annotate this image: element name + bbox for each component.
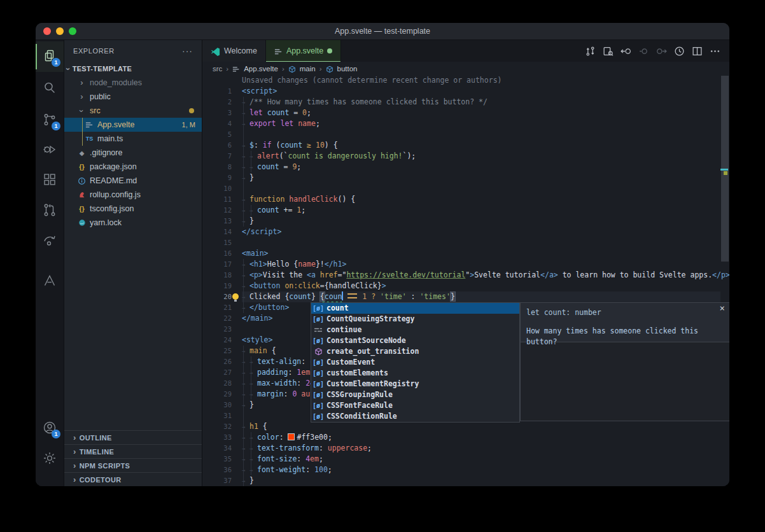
suggest-item-create_out_transition[interactable]: create_out_transition	[311, 346, 519, 357]
activity-azure[interactable]	[42, 273, 57, 288]
file-history-icon[interactable]	[674, 46, 685, 57]
code-line-12[interactable]: 12→→count += 1;	[202, 205, 729, 216]
settings-button[interactable]	[42, 451, 57, 466]
more-actions-icon[interactable]	[710, 46, 720, 57]
explorer-more-actions-icon[interactable]: ···	[182, 46, 193, 56]
section-codetour[interactable]: ›CODETOUR	[64, 472, 202, 486]
code-line-5[interactable]: 5	[202, 129, 729, 140]
code-line-9[interactable]: 9→}	[202, 172, 729, 183]
section-npm-scripts[interactable]: ›NPM SCRIPTS	[64, 458, 202, 473]
code-line-6[interactable]: 6→$: if (count ≥ 10) {	[202, 140, 729, 151]
suggest-item-CountQueuingStrategy[interactable]: [ø]CountQueuingStrategy	[311, 314, 519, 325]
code-editor[interactable]: Unsaved changes (cannot determine recent…	[202, 75, 729, 486]
code-line-33[interactable]: 33→→color: #ff3e00;	[202, 432, 729, 443]
file-item-node-modules[interactable]: ›node_modules	[64, 76, 202, 90]
activity-source-control[interactable]: 1	[42, 112, 57, 127]
code-line-3[interactable]: 3→let count = 0;	[202, 108, 729, 118]
activity-search[interactable]	[42, 80, 57, 95]
code-line-35[interactable]: 35→→font-size: 4em;	[202, 454, 729, 465]
tab-welcome[interactable]: Welcome	[202, 40, 266, 62]
activity-explorer[interactable]: 1	[42, 48, 57, 64]
activity-bar: 1 1	[36, 40, 64, 486]
line-number: 3	[202, 108, 232, 118]
suggest-item-CustomEvent[interactable]: [ø]CustomEvent	[311, 357, 519, 368]
suggest-item-CSSGroupingRule[interactable]: [ø]CSSGroupingRule	[311, 389, 519, 400]
file-item-tsconfig-json[interactable]: {}tsconfig.json	[64, 202, 202, 216]
code-line-17[interactable]: 17→<h1>Hello {name}!</h1>	[202, 259, 729, 270]
file-item-gitignore[interactable]: ◆.gitignore	[64, 146, 202, 160]
suggest-item-CSSConditionRule[interactable]: [ø]CSSConditionRule	[311, 411, 519, 422]
accounts-badge: 1	[52, 430, 60, 438]
svelte-file-icon	[232, 66, 240, 73]
file-item-package-json[interactable]: {}package.json	[64, 160, 202, 174]
code-line-19[interactable]: 19→<button on:click={handleClick}>	[202, 281, 729, 291]
lightbulb-icon[interactable]	[232, 293, 239, 300]
code-line-20[interactable]: 20→Clicked {count} {coun 1 ? 'time' : 't…	[202, 291, 729, 302]
code-line-7[interactable]: 7→→alert(`count is dangerously high!`);	[202, 151, 729, 162]
code-line-8[interactable]: 8→→count = 9;	[202, 162, 729, 172]
breadcrumb-button[interactable]: button	[337, 65, 358, 73]
code-line-1[interactable]: 1<script>	[202, 86, 729, 97]
activity-run-debug[interactable]	[42, 142, 57, 157]
file-item-main-ts[interactable]: TSmain.ts	[64, 132, 202, 146]
source-control-badge: 1	[52, 122, 60, 130]
title-bar[interactable]: App.svelte — test-template	[36, 23, 729, 40]
code-line-15[interactable]: 15	[202, 237, 729, 248]
breadcrumb-main[interactable]: main	[300, 65, 316, 73]
activity-extensions[interactable]	[42, 172, 57, 187]
code-line-36[interactable]: 36→→font-weight: 100;	[202, 465, 729, 475]
editor-scrollbar[interactable]	[720, 75, 729, 486]
previous-change-icon[interactable]	[621, 46, 631, 57]
code-line-10[interactable]: 10	[202, 183, 729, 194]
activity-live-share[interactable]	[42, 233, 57, 248]
file-item-yarn-lock[interactable]: yarn.lock	[64, 216, 202, 230]
minimize-window-button[interactable]	[56, 27, 64, 35]
activity-github-pr[interactable]	[42, 202, 57, 218]
file-item-app-svelte[interactable]: App.svelte1, M	[64, 118, 202, 132]
code-line-16[interactable]: 16<main>	[202, 248, 729, 259]
code-line-4[interactable]: 4→export let name;	[202, 118, 729, 129]
code-line-32[interactable]: 32→h1 {	[202, 421, 729, 432]
search-icon	[42, 80, 57, 95]
code-line-13[interactable]: 13→}	[202, 216, 729, 227]
section-timeline[interactable]: ›TIMELINE	[64, 444, 202, 459]
symbol-variable-icon: [ø]	[313, 400, 323, 411]
suggest-signature: let count: number	[526, 307, 724, 318]
modified-dot-icon[interactable]	[327, 48, 332, 53]
breadcrumb-file[interactable]: App.svelte	[244, 65, 278, 73]
code-line-blame[interactable]: Unsaved changes (cannot determine recent…	[202, 75, 729, 86]
suggest-item-CSSFontFaceRule[interactable]: [ø]CSSFontFaceRule	[311, 400, 519, 411]
suggest-item-continue[interactable]: continue	[311, 325, 519, 335]
suggest-item-customElements[interactable]: [ø]customElements	[311, 368, 519, 379]
code-line-34[interactable]: 34→→text-transform: uppercase;	[202, 443, 729, 454]
modified-dot-icon	[189, 108, 194, 113]
breadcrumb: src › App.svelte › main › button	[202, 62, 729, 75]
file-item-public[interactable]: ›public	[64, 90, 202, 104]
workspace-root-folder[interactable]: › TEST-TEMPLATE	[64, 62, 202, 76]
code-line-14[interactable]: 14</script>	[202, 227, 729, 237]
tab-app-svelte[interactable]: App.svelte	[266, 40, 341, 62]
window-title: App.svelte — test-template	[335, 27, 430, 36]
suggest-label: customElements	[326, 368, 388, 379]
code-line-11[interactable]: 11→function handleClick() {	[202, 194, 729, 205]
close-window-button[interactable]	[43, 27, 51, 35]
suggest-item-CustomElementRegistry[interactable]: [ø]CustomElementRegistry	[311, 379, 519, 389]
suggest-item-count[interactable]: [ø]count	[311, 303, 519, 314]
file-item-readme-md[interactable]: README.md	[64, 174, 202, 188]
accounts-button[interactable]: 1	[42, 420, 57, 435]
suggest-label: CSSFontFaceRule	[326, 400, 393, 411]
file-item-rollup-config-js[interactable]: rollup.config.js	[64, 188, 202, 202]
file-label: main.ts	[97, 134, 123, 143]
zoom-window-button[interactable]	[69, 27, 76, 35]
code-line-2[interactable]: 2→/** How many times has someone clicked…	[202, 97, 729, 108]
open-changes-preview-icon[interactable]	[603, 46, 614, 57]
section-outline[interactable]: ›OUTLINE	[64, 430, 202, 445]
compare-changes-icon[interactable]	[585, 46, 596, 57]
file-item-src[interactable]: ›src	[64, 104, 202, 118]
code-line-37[interactable]: 37→}	[202, 475, 729, 486]
code-line-18[interactable]: 18→<p>Visit the <a href="https://svelte.…	[202, 270, 729, 281]
current-change-icon	[638, 46, 649, 57]
breadcrumb-src[interactable]: src	[213, 65, 222, 73]
suggest-item-ConstantSourceNode[interactable]: [ø]ConstantSourceNode	[311, 335, 519, 346]
split-editor-icon[interactable]	[692, 46, 703, 57]
